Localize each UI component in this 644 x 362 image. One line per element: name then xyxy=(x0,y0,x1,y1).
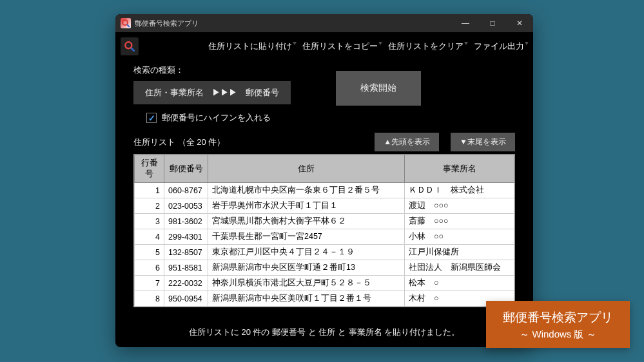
cell-zipcode: 132-8507 xyxy=(164,245,208,260)
window-title: 郵便番号検索アプリ xyxy=(135,19,199,28)
list-title: 住所リスト （全 20 件） xyxy=(133,137,225,148)
menu-copy[interactable]: 住所リストをコピー xyxy=(298,38,382,55)
cell-zipcode: 950-0954 xyxy=(164,291,208,307)
cell-zipcode: 222-0032 xyxy=(164,276,208,291)
banner-subtitle: ～ Windows 版 ～ xyxy=(503,327,613,342)
cell-business: 松本 ○ xyxy=(405,276,514,291)
status-message: 住所リストに 20 件の 郵便番号 と 住所 と 事業所名 を貼り付けました。 xyxy=(133,327,515,338)
cell-address: 神奈川県横浜市港北区大豆戸町５２８－５ xyxy=(208,276,405,291)
table-row[interactable]: 7222-0032神奈川県横浜市港北区大豆戸町５２８－５松本 ○ xyxy=(135,276,514,291)
table-row[interactable]: 2023-0053岩手県奥州市水沢大手町１丁目１渡辺 ○○○ xyxy=(135,198,514,214)
svg-point-0 xyxy=(122,20,128,25)
cell-address: 新潟県新潟市中央区医学町通２番町13 xyxy=(208,260,405,276)
svg-point-2 xyxy=(125,42,132,48)
col-address[interactable]: 住所 xyxy=(208,155,405,183)
cell-zipcode: 299-4301 xyxy=(164,229,208,245)
minimize-button[interactable]: ― xyxy=(452,14,479,32)
table-row[interactable]: 5132-8507東京都江戸川区中央４丁目２４－１９江戸川保健所 xyxy=(135,245,514,260)
banner-title: 郵便番号検索アプリ xyxy=(503,309,613,327)
app-logo-icon xyxy=(121,37,139,55)
table-header-row: 行番号 郵便番号 住所 事業所名 xyxy=(135,155,514,183)
toolbar: 住所リストに貼り付け 住所リストをコピー 住所リストをクリア ファイル出力 xyxy=(115,32,533,61)
app-window: 郵便番号検索アプリ ― □ ✕ 住所リストに貼り付け 住所リストをコピー 住所リ… xyxy=(115,14,533,347)
svg-line-1 xyxy=(127,24,130,27)
cell-rownum: 5 xyxy=(135,245,164,260)
hyphen-checkbox[interactable]: ✓ xyxy=(146,113,157,123)
cell-rownum: 7 xyxy=(135,276,164,291)
app-icon xyxy=(121,18,131,28)
cell-rownum: 4 xyxy=(135,229,164,245)
scroll-bottom-button[interactable]: ▼末尾を表示 xyxy=(451,133,515,151)
cell-business: ＫＤＤＩ 株式会社 xyxy=(405,183,514,198)
cell-zipcode: 981-3602 xyxy=(164,214,208,229)
cell-address: 東京都江戸川区中央４丁目２４－１９ xyxy=(208,245,405,260)
svg-line-3 xyxy=(132,48,135,52)
cell-business: 斎藤 ○○○ xyxy=(405,214,514,229)
hyphen-checkbox-label: 郵便番号にハイフンを入れる xyxy=(162,112,271,124)
cell-rownum: 1 xyxy=(135,183,164,198)
cell-zipcode: 023-0053 xyxy=(164,198,208,214)
cell-rownum: 2 xyxy=(135,198,164,214)
search-start-button[interactable]: 検索開始 xyxy=(336,71,421,106)
cell-rownum: 3 xyxy=(135,214,164,229)
search-type-label: 検索の種類： xyxy=(133,64,515,76)
cell-business: 社団法人 新潟県医師会 xyxy=(405,260,514,276)
cell-zipcode: 951-8581 xyxy=(164,260,208,276)
maximize-button[interactable]: □ xyxy=(479,14,506,32)
content-area: 検索の種類： 住所・事業所名 ▶▶▶ 郵便番号 検索開始 ✓ 郵便番号にハイフン… xyxy=(115,61,533,338)
menu-file-output[interactable]: ファイル出力 xyxy=(470,38,528,55)
col-zipcode[interactable]: 郵便番号 xyxy=(164,155,208,183)
menu-paste[interactable]: 住所リストに貼り付け xyxy=(204,38,296,55)
search-mode-button[interactable]: 住所・事業所名 ▶▶▶ 郵便番号 xyxy=(133,81,291,104)
table-row[interactable]: 4299-4301千葉県長生郡一宮町一宮2457小林 ○○ xyxy=(135,229,514,245)
cell-business: 小林 ○○ xyxy=(405,229,514,245)
cell-address: 北海道札幌市中央区南一条東６丁目２番５号 xyxy=(208,183,405,198)
table-row[interactable]: 3981-3602宮城県黒川郡大衡村大衡字平林６２斎藤 ○○○ xyxy=(135,214,514,229)
promo-banner: 郵便番号検索アプリ ～ Windows 版 ～ xyxy=(486,301,630,348)
cell-address: 岩手県奥州市水沢大手町１丁目１ xyxy=(208,198,405,214)
cell-address: 新潟県新潟市中央区美咲町１丁目２番１号 xyxy=(208,291,405,307)
cell-business: 渡辺 ○○○ xyxy=(405,198,514,214)
menu-clear[interactable]: 住所リストをクリア xyxy=(384,38,467,55)
close-button[interactable]: ✕ xyxy=(506,14,533,32)
cell-zipcode: 060-8767 xyxy=(164,183,208,198)
col-business[interactable]: 事業所名 xyxy=(405,155,514,183)
cell-address: 千葉県長生郡一宮町一宮2457 xyxy=(208,229,405,245)
table-row[interactable]: 1060-8767北海道札幌市中央区南一条東６丁目２番５号ＫＤＤＩ 株式会社 xyxy=(135,183,514,198)
cell-rownum: 6 xyxy=(135,260,164,276)
address-table: 行番号 郵便番号 住所 事業所名 1060-8767北海道札幌市中央区南一条東６… xyxy=(133,154,515,307)
cell-rownum: 8 xyxy=(135,291,164,307)
cell-business: 江戸川保健所 xyxy=(405,245,514,260)
scroll-top-button[interactable]: ▲先頭を表示 xyxy=(375,133,439,151)
table-row[interactable]: 6951-8581新潟県新潟市中央区医学町通２番町13社団法人 新潟県医師会 xyxy=(135,260,514,276)
titlebar: 郵便番号検索アプリ ― □ ✕ xyxy=(115,14,533,32)
cell-address: 宮城県黒川郡大衡村大衡字平林６２ xyxy=(208,214,405,229)
table-row[interactable]: 8950-0954新潟県新潟市中央区美咲町１丁目２番１号木村 ○ xyxy=(135,291,514,307)
col-rownum[interactable]: 行番号 xyxy=(135,155,164,183)
